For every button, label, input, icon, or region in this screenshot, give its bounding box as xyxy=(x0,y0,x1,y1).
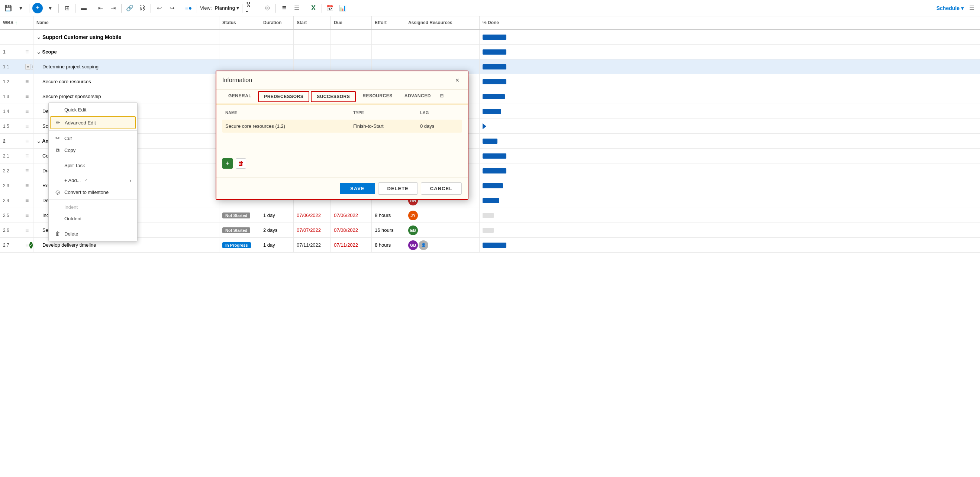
avatars-2-5: JY xyxy=(405,208,480,222)
filter-icon[interactable]: ⛕ ▾ xyxy=(245,3,256,13)
sort-icon[interactable]: ↑ xyxy=(15,20,18,25)
modal-close-button[interactable]: × xyxy=(453,76,462,85)
delete-row-button[interactable]: 🗑 xyxy=(236,158,246,169)
row-icon[interactable]: ▬ xyxy=(78,3,89,13)
scope-collapse-icon[interactable]: ⌄ xyxy=(37,49,41,55)
modal-delete-button[interactable]: DELETE xyxy=(378,182,418,195)
effort-2-7: 8 hours xyxy=(372,238,405,252)
add-menu-item[interactable]: + Add... ✓ › xyxy=(49,174,137,186)
analysis-wbs: 2 xyxy=(0,134,22,148)
view-selector[interactable]: View: Planning ▾ xyxy=(200,5,239,11)
drag-1-1[interactable]: ≡ ⊞ xyxy=(22,59,33,74)
indent-icon[interactable]: ⇤ xyxy=(95,3,106,13)
drag-2-1[interactable]: ≡ xyxy=(22,149,33,163)
gantt-icon[interactable]: ≡● xyxy=(183,3,194,13)
drag-header xyxy=(22,16,33,29)
table-row[interactable]: 1.1 ≡ ⊞ Determine project scoping xyxy=(0,59,980,74)
table-row[interactable]: 2.7 ≡ ✓ Develop delivery timeline In Pro… xyxy=(0,238,980,253)
table-row[interactable]: 2.4 ≡ Develop preliminary budget RH xyxy=(0,193,980,208)
due-2-5: 07/06/2022 xyxy=(331,208,372,222)
avatar-jy: JY xyxy=(408,211,418,220)
status-header: Status xyxy=(220,16,260,29)
table-row[interactable]: 2.2 ≡ Draft preliminary software spec GB… xyxy=(0,163,980,178)
advanced-edit-menu-item[interactable]: ✏ Advanced Edit xyxy=(50,116,136,129)
add-row-button[interactable]: + xyxy=(222,158,233,169)
scope-status xyxy=(220,44,260,59)
drag-1-2[interactable]: ≡ xyxy=(22,74,33,89)
redo-icon[interactable]: ↪ xyxy=(167,3,177,13)
effort-header: Effort xyxy=(372,16,405,29)
outdent-icon[interactable]: ⇥ xyxy=(108,3,118,13)
convert-menu-item[interactable]: ◎ Convert to milestone xyxy=(49,186,137,198)
drag-2-6[interactable]: ≡ xyxy=(22,223,33,238)
scope-effort xyxy=(372,44,405,59)
table-row[interactable]: 2.6 ≡ Secure required resources Not Star… xyxy=(0,223,980,238)
drag-2-4[interactable]: ≡ xyxy=(22,193,33,208)
tab-successors[interactable]: SUCCESSORS xyxy=(311,91,356,102)
analysis-drag[interactable]: ≡ xyxy=(22,134,33,148)
quick-edit-menu-item[interactable]: Quick Edit xyxy=(49,104,137,116)
dropdown-arrow-2[interactable]: ▾ xyxy=(45,3,56,13)
bar-2-5 xyxy=(480,208,509,222)
link-icon[interactable]: 🔗 xyxy=(124,3,135,13)
scope-start xyxy=(294,44,331,59)
calendar-icon[interactable]: 📅 xyxy=(325,3,335,13)
scope-wbs: 1 xyxy=(0,44,22,59)
cut-menu-item[interactable]: ✂ Cut xyxy=(49,132,137,144)
status-badge-2-7: In Progress xyxy=(222,242,251,248)
drag-2-3[interactable]: ≡ xyxy=(22,178,33,193)
scope-drag[interactable]: ≡ xyxy=(22,44,33,59)
tab-predecessors[interactable]: PREDECESSORS xyxy=(258,91,309,102)
table-row[interactable]: 2.5 ≡ Incorporate feedback on software N… xyxy=(0,208,980,223)
menu-icon[interactable]: ☰ xyxy=(967,3,977,13)
report-icon[interactable]: 📊 xyxy=(337,3,348,13)
wbs-1-5: 1.5 xyxy=(0,119,22,133)
row-name: Secure core resources (1.2) xyxy=(222,124,350,129)
drag-1-5[interactable]: ≡ xyxy=(22,119,33,133)
add-icon[interactable]: + xyxy=(32,3,43,13)
tab-resources[interactable]: RESOURCES xyxy=(356,90,399,104)
sep-6 xyxy=(151,4,151,13)
table-row[interactable]: 1.4 ≡ Define preliminary resources JB xyxy=(0,104,980,119)
drag-2-2[interactable]: ≡ xyxy=(22,163,33,178)
table-row[interactable]: 1.2 ≡ Secure core resources EB xyxy=(0,74,980,89)
delete-menu-item[interactable]: 🗑 Delete xyxy=(49,228,137,239)
table-row[interactable]: 1.5 ≡ Scope complete xyxy=(0,119,980,134)
insert-col-icon[interactable]: ⊞ xyxy=(62,3,72,13)
split-task-menu-item[interactable]: Split Task xyxy=(49,160,137,171)
dropdown-arrow-1[interactable]: ▾ xyxy=(16,3,26,13)
drag-2-7[interactable]: ≡ ✓ xyxy=(22,238,33,252)
ctx-sep-1 xyxy=(49,130,137,131)
table-row[interactable]: 2.1 ≡ Conduct needs analysis GB 👤 xyxy=(0,149,980,163)
drag-1-3[interactable]: ≡ xyxy=(22,89,33,104)
cancel-button[interactable]: CANCEL xyxy=(421,182,462,195)
modal-table-row[interactable]: Secure core resources (1.2) Finish-to-St… xyxy=(222,120,462,133)
drag-2-5[interactable]: ≡ xyxy=(22,208,33,222)
toolbar: 💾 ▾ + ▾ ⊞ ▬ ⇤ ⇥ 🔗 ⛓ ↩ ↪ ≡● View: Plannin… xyxy=(0,0,980,16)
save-button[interactable]: SAVE xyxy=(340,183,375,194)
schedule-button[interactable]: Schedule ▾ xyxy=(937,5,964,11)
tab-more-icon[interactable]: ⊟ xyxy=(437,90,447,104)
columns-icon[interactable]: ⦾ xyxy=(262,3,272,13)
project-collapse-icon[interactable]: ⌄ xyxy=(37,34,41,40)
link2-icon[interactable]: ⛓ xyxy=(137,3,148,13)
analysis-collapse-icon[interactable]: ⌄ xyxy=(37,138,41,144)
outdent-menu-item[interactable]: Outdent xyxy=(49,213,137,224)
excel-icon[interactable]: X xyxy=(308,3,318,13)
table-row[interactable]: 1.3 ≡ Secure project sponsorship GB xyxy=(0,89,980,104)
avatars-2-6: EB xyxy=(405,223,480,238)
scope-group-row: 1 ≡ ⌄ Scope xyxy=(0,44,980,59)
sep-12 xyxy=(305,4,305,13)
copy-menu-item[interactable]: ⧉ Copy xyxy=(49,144,137,156)
bar-2-7 xyxy=(480,238,509,252)
undo-icon[interactable]: ↩ xyxy=(154,3,164,13)
table-row[interactable]: 2.3 ≡ Review software specifications/bud… xyxy=(0,178,980,193)
drag-1-4[interactable]: ≡ xyxy=(22,104,33,119)
save-icon[interactable]: 💾 xyxy=(3,3,13,13)
list-icon[interactable]: ☰ xyxy=(291,3,302,13)
tab-general[interactable]: GENERAL xyxy=(222,90,257,104)
tab-advanced[interactable]: ADVANCED xyxy=(399,90,437,104)
wbs-2-1: 2.1 xyxy=(0,149,22,163)
layout-icon[interactable]: ≣ xyxy=(279,3,289,13)
information-modal: Information × GENERAL PREDECESSORS SUCCE… xyxy=(216,71,468,200)
